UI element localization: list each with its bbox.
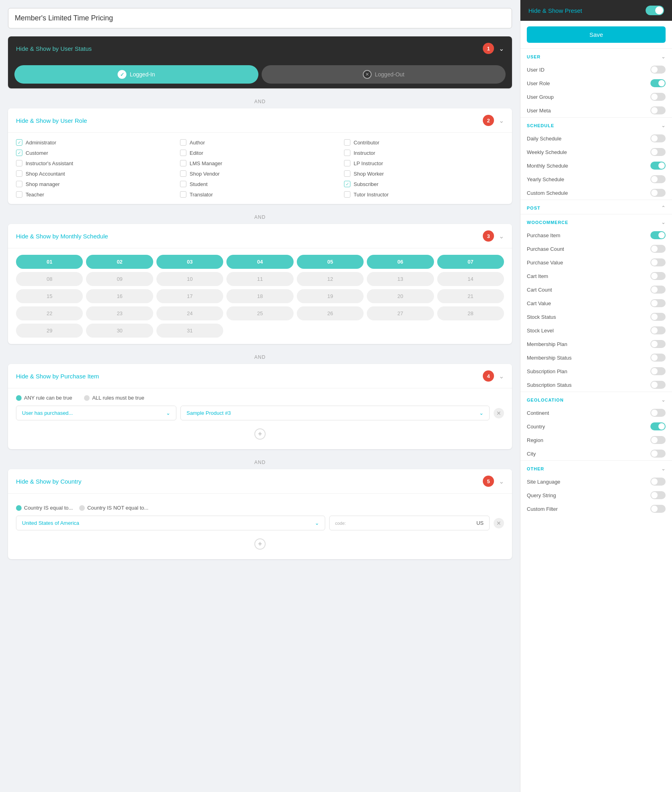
day-18[interactable]: 18	[226, 289, 293, 303]
city-toggle[interactable]	[650, 450, 666, 458]
region-toggle[interactable]	[650, 436, 666, 444]
geolocation-section-chevron[interactable]: ⌄	[661, 397, 666, 403]
remove-purchase-rule-btn[interactable]: ✕	[494, 408, 504, 418]
right-woocommerce-section-header[interactable]: WOOCOMMERCE ⌄	[520, 214, 672, 228]
user-role-toggle[interactable]	[650, 79, 666, 87]
checkbox-customer[interactable]: ✓	[16, 150, 22, 156]
day-19[interactable]: 19	[297, 289, 364, 303]
schedule-section-chevron[interactable]: ⌄	[661, 122, 666, 128]
stock-status-toggle[interactable]	[650, 313, 666, 321]
checkbox-subscriber[interactable]: ✓	[344, 181, 350, 187]
radio-country-is[interactable]: Country IS equal to...	[16, 505, 73, 511]
subscription-status-toggle[interactable]	[650, 381, 666, 389]
stock-level-toggle[interactable]	[650, 326, 666, 334]
daily-schedule-toggle[interactable]	[650, 134, 666, 142]
day-29[interactable]: 29	[16, 324, 83, 338]
list-item[interactable]: ✓ Subscriber	[344, 181, 504, 187]
day-13[interactable]: 13	[367, 272, 434, 286]
day-04[interactable]: 04	[226, 255, 293, 269]
list-item[interactable]: Shop Accountant	[16, 170, 176, 177]
day-24[interactable]: 24	[156, 306, 223, 320]
right-post-section-header[interactable]: POST ⌃	[520, 200, 672, 214]
membership-status-toggle[interactable]	[650, 354, 666, 362]
purchase-product-dropdown[interactable]: Sample Product #3 ⌄	[180, 406, 490, 420]
checkbox-shop-vendor[interactable]	[180, 170, 186, 177]
country-dropdown[interactable]: United States of America ⌄	[16, 516, 325, 530]
day-17[interactable]: 17	[156, 289, 223, 303]
list-item[interactable]: Tutor Instructor	[344, 191, 504, 198]
purchase-item-toggle[interactable]	[650, 231, 666, 239]
list-item[interactable]: Translator	[180, 191, 340, 198]
purchase-count-toggle[interactable]	[650, 245, 666, 253]
checkbox-translator[interactable]	[180, 191, 186, 198]
logged-in-btn[interactable]: ✓ Logged-In	[14, 65, 258, 84]
save-button[interactable]: Save	[527, 26, 666, 43]
checkbox-lms-manager[interactable]	[180, 160, 186, 166]
list-item[interactable]: Shop Vendor	[180, 170, 340, 177]
purchase-item-chevron[interactable]: ⌄	[499, 372, 504, 380]
query-string-toggle[interactable]	[650, 491, 666, 499]
user-status-chevron[interactable]: ⌄	[499, 45, 504, 52]
right-other-section-header[interactable]: OTHER ⌄	[520, 461, 672, 475]
user-role-chevron[interactable]: ⌄	[499, 117, 504, 124]
radio-any[interactable]: ANY rule can be true	[16, 395, 72, 401]
user-section-chevron[interactable]: ⌄	[661, 54, 666, 60]
country-toggle[interactable]	[650, 422, 666, 430]
add-country-rule-btn[interactable]: +	[254, 538, 266, 550]
checkbox-administrator[interactable]: ✓	[16, 139, 22, 146]
day-11[interactable]: 11	[226, 272, 293, 286]
day-09[interactable]: 09	[86, 272, 153, 286]
day-30[interactable]: 30	[86, 324, 153, 338]
list-item[interactable]: LP Instructor	[344, 160, 504, 166]
day-14[interactable]: 14	[437, 272, 504, 286]
woocommerce-section-chevron[interactable]: ⌄	[661, 219, 666, 225]
day-12[interactable]: 12	[297, 272, 364, 286]
checkbox-teacher[interactable]	[16, 191, 22, 198]
checkbox-shop-worker[interactable]	[344, 170, 350, 177]
user-id-toggle[interactable]	[650, 66, 666, 74]
remove-country-rule-btn[interactable]: ✕	[494, 518, 504, 528]
list-item[interactable]: Shop Worker	[344, 170, 504, 177]
subscription-plan-toggle[interactable]	[650, 367, 666, 375]
monthly-schedule-chevron[interactable]: ⌄	[499, 232, 504, 240]
list-item[interactable]: Author	[180, 139, 340, 146]
day-01[interactable]: 01	[16, 255, 83, 269]
radio-all[interactable]: ALL rules must be true	[84, 395, 144, 401]
checkbox-instructor[interactable]	[344, 150, 350, 156]
day-05[interactable]: 05	[297, 255, 364, 269]
add-purchase-rule-btn[interactable]: +	[254, 428, 266, 440]
checkbox-contributor[interactable]	[344, 139, 350, 146]
list-item[interactable]: Instructor	[344, 150, 504, 156]
checkbox-editor[interactable]	[180, 150, 186, 156]
checkbox-tutor-instructor[interactable]	[344, 191, 350, 198]
list-item[interactable]: Instructor's Assistant	[16, 160, 176, 166]
list-item[interactable]: ✓ Customer	[16, 150, 176, 156]
weekly-schedule-toggle[interactable]	[650, 148, 666, 156]
day-25[interactable]: 25	[226, 306, 293, 320]
purchase-value-toggle[interactable]	[650, 258, 666, 266]
day-03[interactable]: 03	[156, 255, 223, 269]
cart-item-toggle[interactable]	[650, 272, 666, 280]
day-28[interactable]: 28	[437, 306, 504, 320]
day-10[interactable]: 10	[156, 272, 223, 286]
checkbox-shop-accountant[interactable]	[16, 170, 22, 177]
day-23[interactable]: 23	[86, 306, 153, 320]
page-title-input[interactable]	[8, 8, 512, 28]
other-section-chevron[interactable]: ⌄	[661, 466, 666, 472]
user-group-toggle[interactable]	[650, 93, 666, 101]
logged-out-btn[interactable]: ✕ Logged-Out	[262, 65, 506, 84]
checkbox-shop-manager[interactable]	[16, 181, 22, 187]
day-16[interactable]: 16	[86, 289, 153, 303]
checkbox-instructors-assistant[interactable]	[16, 160, 22, 166]
checkbox-student[interactable]	[180, 181, 186, 187]
list-item[interactable]: Shop manager	[16, 181, 176, 187]
purchase-condition-dropdown[interactable]: User has purchased... ⌄	[16, 406, 176, 420]
cart-value-toggle[interactable]	[650, 299, 666, 307]
day-02[interactable]: 02	[86, 255, 153, 269]
list-item[interactable]: Teacher	[16, 191, 176, 198]
day-08[interactable]: 08	[16, 272, 83, 286]
day-07[interactable]: 07	[437, 255, 504, 269]
day-31[interactable]: 31	[156, 324, 223, 338]
day-27[interactable]: 27	[367, 306, 434, 320]
checkbox-author[interactable]	[180, 139, 186, 146]
